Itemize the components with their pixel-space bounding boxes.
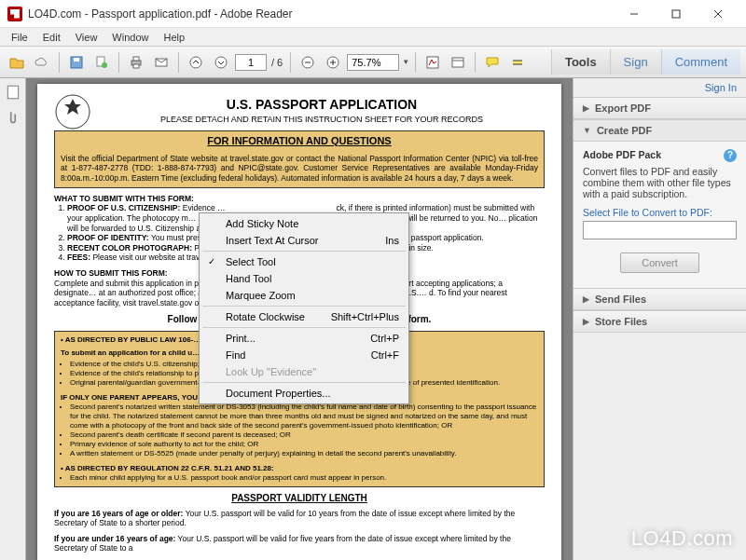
svg-rect-1 [672,10,680,18]
minimize-button[interactable] [613,1,655,27]
menu-file[interactable]: File [4,30,35,45]
tab-tools[interactable]: Tools [551,49,610,75]
zoom-in-icon[interactable] [322,51,344,74]
menu-window[interactable]: Window [104,30,156,45]
adobe-reader-icon [7,7,22,21]
tab-sign[interactable]: Sign [610,49,661,75]
svg-point-7 [102,62,107,68]
toolbar: 1 / 6 75.7% ▼ Tools Sign Comment [0,47,746,78]
ctx-find[interactable]: FindCtrl+F [201,347,407,363]
page-total-label: / 6 [269,57,284,68]
page-number-input[interactable]: 1 [235,54,267,71]
what-heading: WHAT TO SUBMIT WITH THIS FORM: [54,194,545,204]
titlebar: LO4D.com - Passport application.pdf - Ad… [0,0,746,28]
menu-edit[interactable]: Edit [35,30,68,45]
zoom-out-icon[interactable] [297,51,319,74]
info-heading: FOR INFORMATION AND QUESTIONS [54,130,545,150]
cloud-icon[interactable] [31,51,53,74]
menu-help[interactable]: Help [156,30,192,45]
attachments-icon[interactable] [5,110,21,127]
page-down-icon[interactable] [210,51,232,74]
svg-point-13 [215,57,227,68]
right-panel: Sign In ▶Export PDF ▼Create PDF Adobe PD… [573,78,746,560]
thumbnails-icon[interactable] [5,84,21,101]
ctx-doc-properties[interactable]: Document Properties... [201,385,407,402]
ctx-lookup: Look Up "Evidence" [201,363,407,380]
accordion-store[interactable]: ▶Store Files [573,310,746,333]
page-up-icon[interactable] [185,51,207,74]
menubar: File Edit View Window Help [0,28,746,47]
doc-subtitle: PLEASE DETACH AND RETAIN THIS INSTRUCTIO… [54,115,545,125]
accordion-send[interactable]: ▶Send Files [573,288,746,310]
highlight-icon[interactable] [506,51,529,74]
fill-sign-icon[interactable] [421,51,444,74]
svg-point-12 [190,57,201,68]
svg-rect-22 [513,61,522,64]
create-pdf-body: Adobe PDF Pack? Convert files to PDF and… [573,142,746,288]
sign-in-link[interactable]: Sign In [573,78,746,97]
svg-rect-9 [133,57,139,61]
tab-comment[interactable]: Comment [661,49,740,75]
pvl-under16: If you are under 16 years of age: Your U… [54,534,545,553]
accordion-create[interactable]: ▼Create PDF [573,119,746,142]
svg-rect-10 [133,64,139,68]
svg-rect-5 [74,58,79,61]
close-button[interactable] [697,1,739,27]
context-menu: Add Sticky Note Insert Text At CursorIns… [199,212,409,404]
ctx-print[interactable]: Print...Ctrl+P [201,330,407,347]
save-icon[interactable] [65,51,88,74]
info-box: Visit the official Department of State w… [54,150,545,188]
print-icon[interactable] [125,51,147,74]
select-file-label: Select File to Convert to PDF: [583,207,737,218]
watermark: LO4D.com [631,526,733,551]
ctx-select-tool[interactable]: Select Tool [201,253,407,270]
menu-view[interactable]: View [68,30,105,45]
us-seal-icon [54,93,91,130]
read-mode-icon[interactable] [447,51,469,74]
help-icon[interactable]: ? [724,149,737,162]
nav-sidebar [0,78,26,560]
svg-rect-20 [452,58,463,67]
pvl-heading: PASSPORT VALIDITY LENGTH [54,493,545,505]
window-title: LO4D.com - Passport application.pdf - Ad… [28,7,613,20]
ctx-hand-tool[interactable]: Hand Tool [201,270,407,287]
file-input[interactable] [583,221,737,239]
convert-button[interactable]: Convert [620,253,699,273]
ctx-marquee-zoom[interactable]: Marquee Zoom [201,287,407,304]
zoom-level-select[interactable]: 75.7% [347,54,399,71]
maximize-button[interactable] [655,1,697,27]
doc-title: U.S. PASSPORT APPLICATION [54,97,545,114]
convert-icon[interactable] [90,51,113,74]
comment-icon[interactable] [481,51,504,74]
accordion-export[interactable]: ▶Export PDF [573,97,746,119]
pvl-16plus: If you are 16 years of age or older: If … [54,509,545,528]
open-icon[interactable] [6,51,28,74]
email-icon[interactable] [150,51,173,74]
ctx-rotate-cw[interactable]: Rotate ClockwiseShift+Ctrl+Plus [201,308,407,325]
svg-rect-25 [7,86,18,99]
ctx-add-sticky-note[interactable]: Add Sticky Note [201,215,407,232]
ctx-insert-text[interactable]: Insert Text At CursorIns [201,232,407,249]
